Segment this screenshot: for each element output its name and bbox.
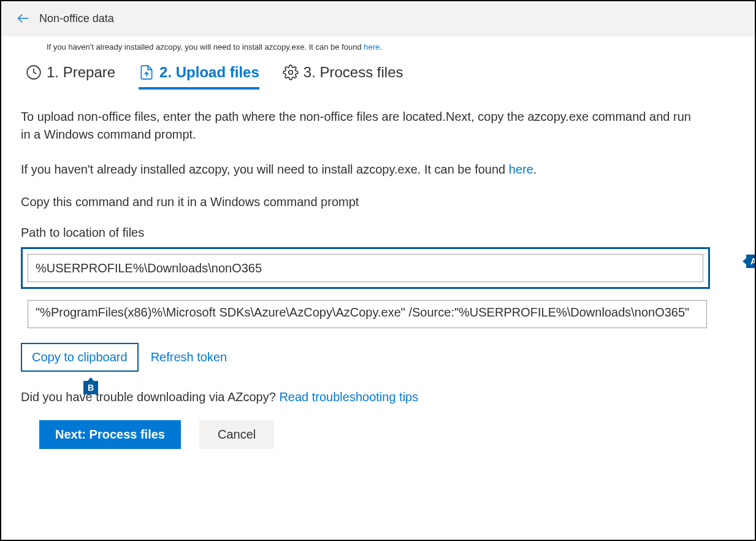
wizard-tabs: 1. Prepare 2. Upload files 3. Process fi… — [1, 56, 755, 90]
tab-prepare[interactable]: 1. Prepare — [26, 64, 115, 90]
install-paragraph: If you haven't already installed azcopy,… — [21, 161, 735, 178]
install-text-before: If you haven't already installed azcopy,… — [21, 163, 509, 176]
cancel-button[interactable]: Cancel — [199, 420, 274, 449]
path-field-wrap: A — [21, 247, 735, 289]
main-content: To upload non-office files, enter the pa… — [1, 90, 755, 449]
next-button[interactable]: Next: Process files — [39, 420, 181, 449]
callout-b: B — [83, 381, 98, 394]
callout-a: A — [746, 255, 756, 268]
wizard-footer: Next: Process files Cancel — [21, 420, 735, 449]
action-row: Copy to clipboard Refresh token B — [21, 343, 735, 372]
path-label: Path to location of files — [21, 226, 735, 240]
tab-upload[interactable]: 2. Upload files — [139, 64, 259, 90]
tab-upload-label: 2. Upload files — [159, 64, 259, 81]
install-link[interactable]: here — [509, 163, 533, 176]
back-button[interactable] — [11, 6, 36, 31]
clock-icon — [26, 64, 42, 80]
copy-to-clipboard-button[interactable]: Copy to clipboard — [21, 343, 139, 372]
banner-link[interactable]: here — [364, 42, 380, 52]
arrow-left-icon — [17, 12, 30, 25]
troubleshoot-link[interactable]: Read troubleshooting tips — [279, 390, 418, 404]
tab-prepare-label: 1. Prepare — [47, 64, 115, 81]
file-upload-icon — [139, 64, 155, 80]
path-input[interactable] — [28, 254, 703, 282]
trouble-before: Did you have trouble downloading via AZc… — [21, 390, 279, 404]
path-field-highlight — [21, 247, 710, 289]
install-text-after: . — [533, 163, 537, 176]
banner-text: If you haven't already installed azcopy,… — [47, 42, 364, 52]
copy-instruction: Copy this command and run it in a Window… — [21, 193, 735, 211]
command-output[interactable]: "%ProgramFiles(x86)%\Microsoft SDKs\Azur… — [28, 300, 707, 328]
install-banner: If you haven't already installed azcopy,… — [1, 36, 755, 56]
page-title: Non-office data — [39, 12, 114, 25]
tab-process[interactable]: 3. Process files — [283, 64, 403, 90]
svg-point-3 — [289, 71, 293, 75]
banner-text-after: . — [380, 42, 382, 52]
gear-icon — [283, 64, 299, 80]
page-header: Non-office data — [1, 1, 755, 36]
tab-process-label: 3. Process files — [304, 64, 403, 81]
refresh-token-button[interactable]: Refresh token — [147, 350, 231, 365]
intro-text: To upload non-office files, enter the pa… — [21, 108, 695, 144]
troubleshoot-text: Did you have trouble downloading via AZc… — [21, 390, 735, 404]
